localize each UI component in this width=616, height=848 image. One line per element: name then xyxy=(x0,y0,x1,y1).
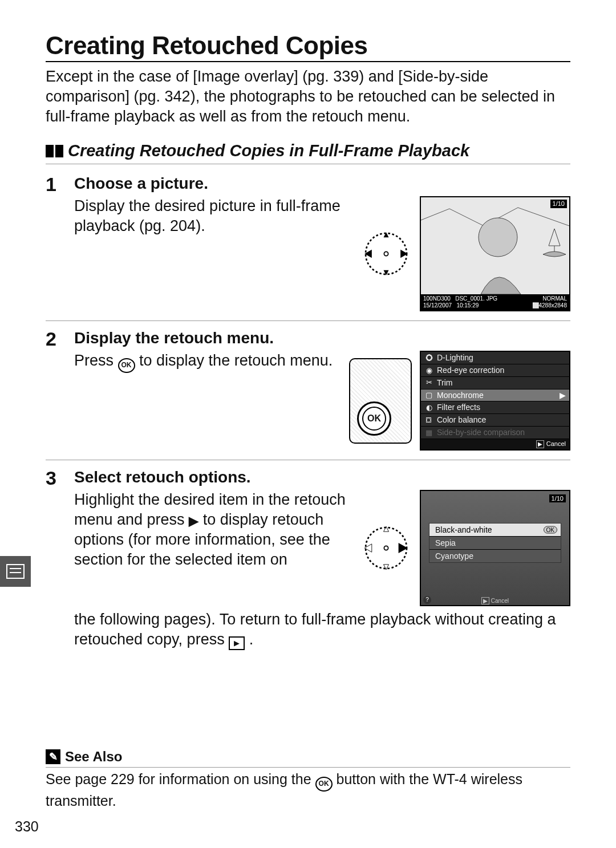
menu-item-icon: ▢ xyxy=(424,391,433,400)
retouch-menu-item: ◉Red-eye correction xyxy=(421,364,569,377)
retouch-menu-item: ⛋Color balance xyxy=(421,414,569,427)
step-3-text-a: Highlight the desired item in the retouc… xyxy=(74,490,350,570)
retouch-options-illustration: 1/10 Black-and-whiteOKSepiaCyanotype ? ▶… xyxy=(420,490,570,606)
retouch-menu-illustration: 🞇D-Lighting◉Red-eye correction✂Trim▢Mono… xyxy=(420,351,570,451)
image-counter: 1/10 xyxy=(549,494,566,502)
retouch-option-item: Black-and-whiteOK xyxy=(429,524,561,537)
svg-point-15 xyxy=(384,546,388,550)
svg-marker-4 xyxy=(400,250,408,258)
menu-item-icon: ⛋ xyxy=(424,416,433,425)
cancel-label: Cancel xyxy=(491,598,509,604)
menu-item-label: Trim xyxy=(437,378,452,388)
menu-item-label: Filter effects xyxy=(437,403,480,412)
step-3-title: Select retouch options. xyxy=(74,468,570,486)
pencil-icon: ✎ xyxy=(46,749,60,764)
image-counter: 1/10 xyxy=(550,200,567,208)
ok-badge-icon: OK xyxy=(544,526,557,533)
camera-ok-button-illustration: OK xyxy=(349,358,412,444)
step-1: 1 Choose a picture. Display the desired … xyxy=(46,167,570,321)
menu-item-label: D-Lighting xyxy=(437,353,473,363)
menu-item-icon: 🞇 xyxy=(424,354,433,363)
menu-item-label: Monochrome xyxy=(437,391,484,400)
menu-item-label: Color balance xyxy=(437,415,486,425)
retouch-option-item: Sepia xyxy=(429,537,561,550)
retouch-menu-item: ◐Filter effects xyxy=(421,401,569,414)
step-3: 3 Select retouch options. Highlight the … xyxy=(46,460,570,660)
step-2-text: Press OK to display the retouch menu. xyxy=(74,351,339,373)
menu-item-icon: ✂ xyxy=(424,378,433,387)
multiselector-right-icon xyxy=(360,522,412,574)
cancel-label: Cancel xyxy=(546,440,566,448)
menu-item-icon: ◉ xyxy=(424,366,433,375)
step-1-text: Display the desired picture in full-fram… xyxy=(74,196,350,236)
playback-icon: ▶ xyxy=(536,440,544,448)
retouch-menu-item: ✂Trim xyxy=(421,377,569,389)
subheading-text: Creating Retouched Copies in Full-Frame … xyxy=(68,141,469,160)
playback-icon: ▶ xyxy=(481,597,489,604)
step-number: 3 xyxy=(46,468,70,651)
subheading: Creating Retouched Copies in Full-Frame … xyxy=(46,141,570,164)
see-also-heading: See Also xyxy=(65,749,123,765)
retouch-menu-item: ▦Side-by-side comparison xyxy=(421,427,569,439)
step-1-title: Choose a picture. xyxy=(74,175,570,193)
see-also-box: ✎ See Also See page 229 for information … xyxy=(46,749,570,810)
step-2: 2 Display the retouch menu. Press OK to … xyxy=(46,321,570,460)
step-2-title: Display the retouch menu. xyxy=(74,329,570,347)
menu-item-icon: ▦ xyxy=(424,428,433,437)
page-title: Creating Retouched Copies xyxy=(46,31,570,62)
retouch-menu-item: 🞇D-Lighting xyxy=(421,352,569,364)
step-number: 1 xyxy=(46,175,70,311)
retouch-menu-item: ▢Monochrome▶ xyxy=(421,389,569,402)
step-3-text-b: the following pages). To return to full-… xyxy=(74,610,570,651)
chevron-right-icon: ▶ xyxy=(560,391,566,400)
multiselector-icon xyxy=(360,228,412,279)
ok-button-icon: OK xyxy=(315,777,333,792)
right-arrow-icon: ▶ xyxy=(189,514,198,528)
section-marker-icon xyxy=(46,145,63,157)
playback-screen-illustration: 1/10 xyxy=(420,196,570,311)
menu-item-label: Side-by-side comparison xyxy=(437,428,525,437)
step-number: 2 xyxy=(46,329,70,451)
menu-item-icon: ◐ xyxy=(424,403,433,412)
retouch-section-tab-icon xyxy=(0,556,31,587)
ok-button-icon: OK xyxy=(118,358,135,373)
menu-item-label: Red-eye correction xyxy=(437,366,504,375)
intro-paragraph: Except in the case of [Image overlay] (p… xyxy=(46,67,570,127)
retouch-option-item: Cyanotype xyxy=(429,550,561,562)
playback-button-icon: ▶ xyxy=(229,636,245,650)
see-also-text: See page 229 for information on using th… xyxy=(46,770,570,810)
svg-point-7 xyxy=(479,218,517,257)
page-number: 330 xyxy=(15,818,39,835)
svg-point-5 xyxy=(384,252,388,256)
